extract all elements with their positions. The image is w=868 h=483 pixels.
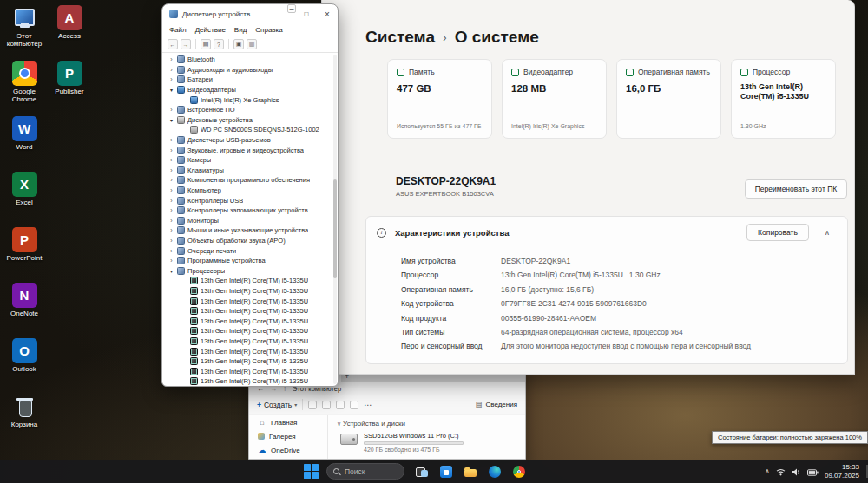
tree-item[interactable]: 13th Gen Intel(R) Core(TM) i5-1335U	[162, 316, 333, 326]
menu-item[interactable]: Справка	[255, 26, 282, 34]
chevron-up-icon[interactable]	[818, 229, 837, 237]
tree-item[interactable]: Аудиовходы и аудиовыходы	[162, 65, 333, 75]
tree-item[interactable]: 13th Gen Intel(R) Core(TM) i5-1335U	[162, 286, 333, 297]
tree-item[interactable]: Звуковые, игровые и видеоустройства	[162, 145, 333, 155]
desktop-icon[interactable]: A Access	[47, 5, 92, 61]
expander-icon[interactable]	[168, 147, 174, 153]
expander-icon[interactable]	[168, 218, 174, 224]
tree-item[interactable]: Компьютер	[162, 186, 333, 196]
new-button[interactable]: Создать	[257, 401, 297, 409]
tree-item[interactable]: Контроллеры USB	[162, 195, 333, 206]
clock[interactable]: 15:33 09.07.2025	[825, 463, 859, 480]
tree-item[interactable]: Дисковые устройства	[162, 115, 333, 126]
tree-item[interactable]: 13th Gen Intel(R) Core(TM) i5-1335U	[162, 296, 333, 306]
desktop-icon[interactable]: Google Chrome	[2, 61, 47, 116]
tree-item[interactable]: Intel(R) Iris(R) Xe Graphics	[162, 95, 333, 105]
tree-item[interactable]: Контроллеры запоминающих устройств	[162, 206, 333, 216]
desktop-icon[interactable]: X Excel	[2, 172, 47, 227]
expander-icon[interactable]	[168, 167, 174, 173]
tree-item[interactable]: 13th Gen Intel(R) Core(TM) i5-1335U	[162, 366, 333, 376]
expander-icon[interactable]	[168, 87, 174, 93]
tree-item[interactable]: Камеры	[162, 155, 333, 166]
device-specs-header[interactable]: Характеристики устройства Копировать	[366, 217, 847, 248]
delete-icon[interactable]	[350, 401, 358, 409]
help-icon[interactable]	[214, 39, 224, 49]
cut-icon[interactable]	[308, 401, 317, 409]
copy-icon[interactable]	[322, 401, 331, 409]
console-tree-icon[interactable]	[201, 39, 211, 49]
tree-item[interactable]: Мониторы	[162, 216, 333, 226]
tree-item[interactable]: Процессоры	[162, 265, 333, 276]
expander-icon[interactable]	[168, 198, 174, 204]
scrollbar[interactable]	[333, 55, 337, 384]
desktop-icon[interactable]: N OneNote	[2, 283, 47, 338]
more-options-icon[interactable]	[364, 401, 372, 409]
tree-item[interactable]: Встроенное ПО	[162, 105, 333, 115]
tree-item[interactable]: 13th Gen Intel(R) Core(TM) i5-1335U	[162, 326, 333, 336]
desktop-icon[interactable]: O Outlook	[2, 338, 47, 394]
tree-item[interactable]: Компоненты программного обеспечения	[162, 175, 333, 186]
search-input[interactable]	[345, 467, 392, 476]
sidebar-item[interactable]: Главная	[249, 415, 327, 429]
back-icon[interactable]	[168, 39, 178, 49]
expander-icon[interactable]	[168, 107, 174, 113]
tree-item[interactable]: Клавиатуры	[162, 166, 333, 176]
hidden-icons-chevron-icon[interactable]	[765, 467, 770, 475]
device-manager-titlebar[interactable]: Диспетчер устройств	[162, 4, 338, 23]
section-header-drives[interactable]: Устройства и диски	[337, 420, 518, 428]
properties-icon[interactable]	[247, 39, 257, 49]
expander-icon[interactable]	[168, 207, 174, 213]
sidebar-item[interactable]: Галерея	[249, 429, 327, 443]
tree-item[interactable]: 13th Gen Intel(R) Core(TM) i5-1335U	[162, 346, 333, 356]
expander-icon[interactable]	[168, 248, 174, 254]
tree-item[interactable]: Батареи	[162, 75, 333, 85]
desktop-icon[interactable]: Корзина	[2, 394, 47, 449]
expander-icon[interactable]	[168, 187, 174, 193]
menu-item[interactable]: Вид	[234, 26, 247, 34]
details-button[interactable]: Сведения	[476, 401, 517, 408]
tree-item[interactable]: 13th Gen Intel(R) Core(TM) i5-1335U	[162, 376, 333, 386]
tree-item[interactable]: Bluetooth	[162, 55, 333, 65]
file-explorer-icon[interactable]	[463, 464, 478, 480]
start-button[interactable]	[304, 464, 319, 479]
sidebar-item[interactable]: OneDrive	[249, 443, 327, 457]
tree-item[interactable]: Видеоадаптеры	[162, 85, 333, 95]
tree-item[interactable]: Объекты обработки звука (APO)	[162, 236, 333, 246]
forward-icon[interactable]	[181, 39, 191, 49]
drive-item[interactable]: SSD512GB Windows 11 Pro (C:) 420 ГБ своб…	[340, 432, 518, 453]
desktop-icon[interactable]: P PowerPoint	[2, 227, 47, 283]
desktop-icon[interactable]: P Publisher	[47, 61, 92, 116]
breadcrumb-system[interactable]: Система	[365, 28, 435, 47]
close-icon[interactable]	[317, 4, 338, 23]
scan-hardware-icon[interactable]	[233, 39, 244, 49]
rename-pc-button[interactable]: Переименовать этот ПК	[745, 179, 847, 199]
expander-icon[interactable]	[168, 56, 174, 62]
tree-item[interactable]: WD PC SN5000S SDEQNSJ-512G-1002	[162, 125, 333, 135]
tree-item[interactable]: Диспетчеры USB-разъемов	[162, 135, 333, 146]
tree-item[interactable]: 13th Gen Intel(R) Core(TM) i5-1335U	[162, 356, 333, 367]
expander-icon[interactable]	[168, 157, 174, 163]
expander-icon[interactable]	[168, 238, 174, 244]
tree-item[interactable]: 13th Gen Intel(R) Core(TM) i5-1335U	[162, 336, 333, 347]
battery-icon[interactable]	[807, 464, 819, 480]
tree-item[interactable]: Мыши и иные указывающие устройства	[162, 225, 333, 236]
task-view-icon[interactable]	[414, 464, 430, 480]
tree-item[interactable]: 13th Gen Intel(R) Core(TM) i5-1335U	[162, 276, 333, 286]
desktop-icon[interactable]: Этот компьютер	[2, 5, 47, 61]
expander-icon[interactable]	[168, 137, 174, 143]
expander-icon[interactable]	[168, 258, 174, 264]
tree-item[interactable]: 13th Gen Intel(R) Core(TM) i5-1335U	[162, 306, 333, 317]
expander-icon[interactable]	[168, 67, 174, 73]
edge-icon[interactable]	[487, 464, 503, 480]
expander-icon[interactable]	[168, 177, 174, 183]
wifi-icon[interactable]	[776, 464, 786, 480]
taskbar-search[interactable]	[326, 463, 404, 480]
volume-icon[interactable]	[792, 464, 801, 480]
chrome-app-icon[interactable]	[511, 464, 527, 480]
menu-item[interactable]: Файл	[169, 26, 187, 34]
copy-button[interactable]: Копировать	[746, 224, 809, 241]
desktop-icon[interactable]: W Word	[2, 116, 47, 172]
expander-icon[interactable]	[168, 117, 174, 123]
paste-icon[interactable]	[336, 401, 345, 409]
minimize-icon[interactable]	[287, 4, 296, 13]
